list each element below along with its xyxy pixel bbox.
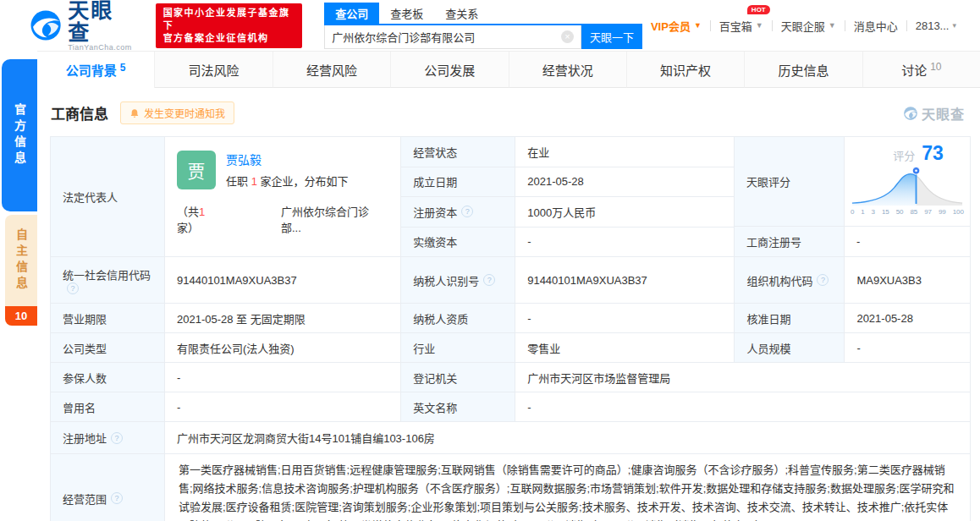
caret-down-icon: ▾ [952,21,956,30]
field-label-business-scope: 经营范围? [51,454,165,521]
sidebar-tab-self-info[interactable]: 自主信息 10 [5,215,37,326]
tab-label: 司法风险 [189,61,239,79]
field-value-reg-status: 在业 [515,137,734,167]
watermark-logo: 天眼查 [903,103,965,123]
field-label-reg-capital: 注册资本? [401,197,515,227]
tab-company-development[interactable]: 公司发展 [391,52,509,88]
help-icon[interactable]: ? [111,432,123,444]
total-pre: （共 [177,206,199,218]
holdings-company: 广州依尔综合门诊部... [281,203,388,235]
field-label-org-code: 组织机构代码? [735,257,845,303]
logo-swirl-icon [29,8,63,43]
tab-count: 5 [120,62,126,74]
help-icon[interactable]: ? [111,492,123,504]
tab-label: 公司背景 [66,61,117,79]
field-label-staff-size: 人员规模 [735,333,845,362]
field-value-insured-count: - [165,363,401,392]
field-label-english-name: 英文名称 [401,392,515,421]
self-info-count-badge: 10 [5,306,37,326]
company-tabbar: 公司背景5 司法风险 经营风险 公司发展 经营状况 知识产权 历史信息 讨论10 [37,51,980,88]
tab-discussion[interactable]: 讨论10 [863,52,980,88]
holdings-text: 任职 [226,175,251,188]
nav-enterprise-label: 天眼企服 [781,18,825,34]
field-value-former-name: - [165,392,401,421]
field-value-reg-capital: 1000万人民币 [515,197,734,227]
field-label-registry: 登记机关 [401,363,515,392]
legal-rep-name-link[interactable]: 贾弘毅 [226,151,348,167]
tab-company-background[interactable]: 公司背景5 [37,52,155,88]
search-button[interactable]: 天眼一下 [581,25,642,49]
field-label-taxpayer-qual: 纳税人资质 [401,304,515,332]
tab-intellectual-property[interactable]: 知识产权 [627,52,745,88]
nav-message-label: 消息中心 [854,18,898,34]
nav-message-center[interactable]: 消息中心 [845,18,906,34]
field-value-company-type: 有限责任公司(法人独资) [165,333,401,362]
search-area: 查公司 查老板 查关系 × 天眼一下 [324,3,642,49]
field-label-company-type: 公司类型 [51,333,165,362]
self-info-label: 自主信息 [13,215,30,306]
nav-toolbox-label: 百宝箱 [719,18,752,34]
nav-vip-label: VIP会员 [651,18,691,34]
score-axis-ticks: 0131550859799100 [851,208,964,216]
field-value-staff-size: - [845,333,970,362]
gov-certification-badge: 国家中小企业发展子基金旗下 官方备案企业征信机构 [156,3,303,48]
tab-label: 经营风险 [306,61,357,79]
field-label-reg-status: 经营状态 [401,137,515,167]
nav-toolbox[interactable]: HOT 百宝箱 ▼ [711,18,772,34]
credit-code-label: 统一社会信用代码 [63,266,151,282]
tab-label: 讨论 [901,61,927,79]
tab-operation-risk[interactable]: 经营风险 [273,52,391,88]
tab-label: 经营状况 [542,61,593,79]
help-icon[interactable]: ? [483,274,495,286]
section-title: 工商信息 [51,102,108,123]
tab-label: 历史信息 [778,61,829,79]
hot-badge: HOT [747,5,770,14]
field-value-business-term: 2021-05-28 至 无固定期限 [165,304,401,332]
field-label-former-name: 曾用名 [51,392,165,421]
search-input[interactable] [325,30,561,43]
main-content: 公司背景5 司法风险 经营风险 公司发展 经营状况 知识产权 历史信息 讨论10… [37,51,980,521]
score-value: 73 [922,142,944,165]
nav-account[interactable]: 2813... ▾ [907,19,965,32]
help-icon[interactable]: ? [67,282,79,294]
clear-icon[interactable]: × [561,30,574,43]
tab-history-info[interactable]: 历史信息 [745,52,862,88]
reg-address-label: 注册地址 [63,430,107,446]
help-icon[interactable]: ? [461,206,473,217]
sidebar-tab-official-info[interactable]: 官方信息 [2,59,37,211]
field-value-taxpayer-qual: - [515,304,735,332]
holdings-text: 家企业，分布如下 [257,175,349,188]
field-label-tyc-score: 天眼评分 [735,137,845,226]
top-nav: VIP会员 ▼ HOT 百宝箱 ▼ 天眼企服 ▼ 消息中心 2813... ▾ [642,18,965,34]
notify-on-change-button[interactable]: 发生变更时通知我 [120,101,234,124]
field-value-reg-number: - [845,227,970,256]
legal-rep-holdings-line: 任职 1 家企业，分布如下 [226,173,348,189]
watermark-text: 天眼查 [922,103,965,123]
field-label-legal-rep: 法定代表人 [51,137,165,256]
help-icon[interactable]: ? [817,274,829,286]
notify-button-label: 发生变更时通知我 [144,106,225,120]
business-scope-label: 经营范围 [63,491,107,507]
search-tab-relation[interactable]: 查关系 [434,3,489,24]
nav-vip[interactable]: VIP会员 ▼ [642,18,710,34]
tab-label: 公司发展 [424,61,475,79]
field-label-business-term: 营业期限 [51,304,165,332]
tianyancha-logo[interactable]: 天眼查 TianYanCha.com [29,0,134,52]
field-label-approval-date: 核准日期 [735,304,845,332]
tab-operation-status[interactable]: 经营状况 [509,52,627,88]
tab-judicial-risk[interactable]: 司法风险 [155,52,273,88]
nav-enterprise-service[interactable]: 天眼企服 ▼ [773,18,845,34]
official-info-label: 官方信息 [11,90,28,181]
search-tab-company[interactable]: 查公司 [324,3,379,24]
field-value-taxpayer-id: 91440101MA9XUA3B37 [515,257,735,303]
org-code-label: 组织机构代码 [746,272,812,288]
field-value-english-name: - [515,392,970,421]
search-tab-boss[interactable]: 查老板 [379,3,434,24]
field-value-credit-code: 91440101MA9XUA3B37 [165,257,401,303]
field-label-insured-count: 参保人数 [51,363,165,392]
holdings-count: 1 [251,175,257,188]
field-value-registry: 广州市天河区市场监督管理局 [515,363,970,392]
field-value-industry: 零售业 [515,333,735,362]
field-label-reg-number: 工商注册号 [735,227,845,256]
field-label-credit-code: 统一社会信用代码? [51,257,165,303]
